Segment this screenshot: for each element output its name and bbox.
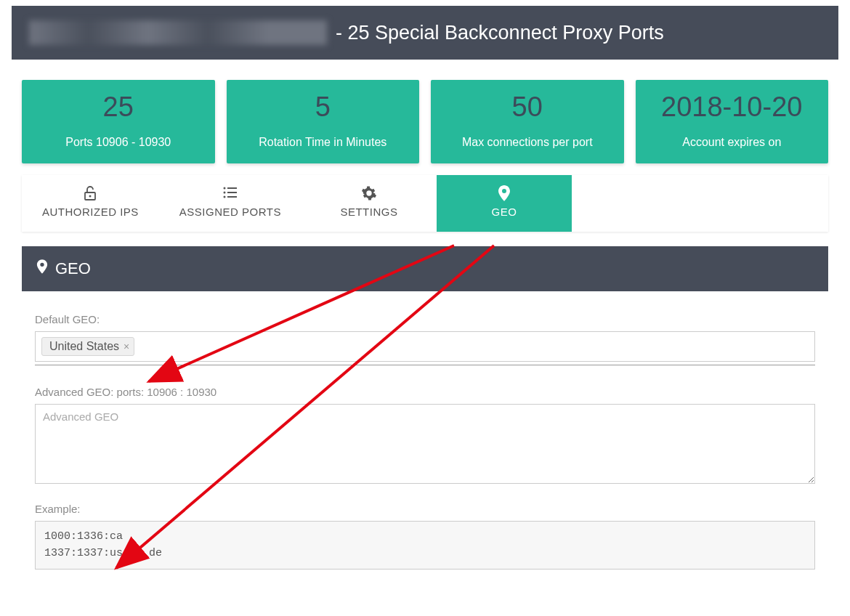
tab-label: AUTHORIZED IPS [42,206,139,218]
list-icon [179,185,281,201]
tab-assigned-ports[interactable]: ASSIGNED PORTS [159,175,301,232]
stat-label: Ports 10906 - 10930 [28,136,209,149]
svg-point-6 [223,196,225,198]
page-header: - 25 Special Backconnect Proxy Ports [12,6,838,60]
panel-header: GEO [22,246,828,291]
divider [35,365,815,365]
page-title-suffix: - 25 Special Backconnect Proxy Ports [336,22,664,44]
panel-body: Default GEO: United States × Advanced GE… [22,291,828,577]
tab-label: ASSIGNED PORTS [179,206,281,218]
gear-icon [322,185,416,201]
stat-value: 5 [232,92,414,123]
stat-card-ports: 25 Ports 10906 - 10930 [22,80,215,163]
stat-label: Account expires on [641,136,823,149]
stat-card-max-conn: 50 Max connections per port [431,80,624,163]
advanced-geo-label: Advanced GEO: ports: 10906 : 10930 [35,386,815,398]
svg-rect-5 [227,192,237,193]
geo-tag-united-states[interactable]: United States × [41,337,134,356]
svg-point-4 [223,192,225,194]
tab-authorized-ips[interactable]: AUTHORIZED IPS [22,175,159,232]
stats-row: 25 Ports 10906 - 10930 5 Rotation Time i… [0,65,850,175]
svg-point-1 [89,195,92,198]
advanced-geo-textarea[interactable] [35,404,815,484]
obscured-prefix [29,20,327,45]
unlock-icon [42,185,139,201]
default-geo-input[interactable]: United States × [35,331,815,362]
tab-geo[interactable]: GEO [437,175,572,232]
stat-value: 2018-10-20 [641,92,823,123]
tag-text: United States [49,340,119,353]
svg-rect-3 [227,187,237,189]
svg-point-2 [223,187,225,190]
stat-card-rotation: 5 Rotation Time in Minutes [227,80,420,163]
close-icon[interactable]: × [124,341,129,352]
default-geo-label: Default GEO: [35,313,815,325]
svg-rect-7 [227,196,237,198]
stat-card-expires: 2018-10-20 Account expires on [636,80,829,163]
tab-settings[interactable]: SETTINGS [301,175,437,232]
map-pin-icon [36,259,48,278]
map-pin-icon [457,185,551,201]
tab-label: SETTINGS [340,206,397,218]
stat-value: 50 [437,92,618,123]
stat-value: 25 [28,92,209,123]
tab-bar: AUTHORIZED IPS ASSIGNED PORTS SETTINGS G… [22,175,828,232]
panel-title: GEO [55,259,91,278]
example-label: Example: [35,503,815,515]
stat-label: Max connections per port [437,136,618,149]
example-box: 1000:1336:ca 1337:1337:us,ca,de [35,521,815,570]
tab-label: GEO [492,206,517,218]
stat-label: Rotation Time in Minutes [232,136,414,149]
